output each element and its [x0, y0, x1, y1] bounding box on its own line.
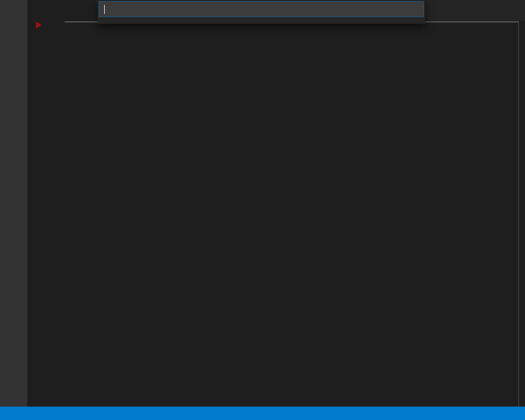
activity-bar: [0, 0, 27, 407]
status-bar: [0, 407, 525, 420]
overview-ruler[interactable]: [519, 21, 525, 407]
vscode-window: [0, 0, 525, 420]
quick-open-widget: [97, 0, 425, 24]
quick-open-input[interactable]: [99, 1, 424, 17]
editor-group: [27, 0, 525, 407]
text-cursor: [104, 5, 105, 14]
tab-variables-php[interactable]: [27, 0, 97, 21]
code-editor[interactable]: [27, 21, 525, 407]
editor-actions: [518, 0, 525, 21]
git-deleted-marker-icon: [36, 21, 41, 29]
